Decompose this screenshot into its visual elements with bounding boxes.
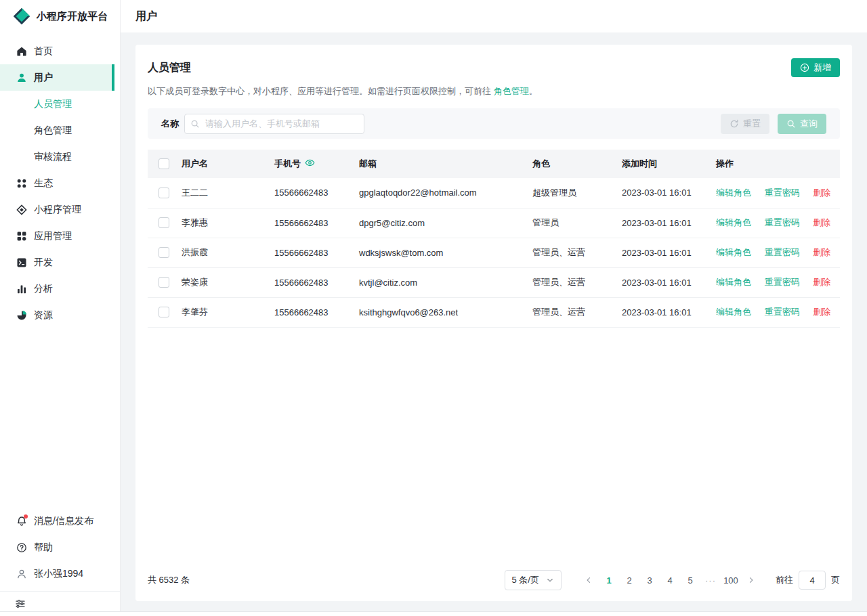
cell-time: 2023-03-01 16:01	[616, 238, 711, 267]
cell-phone: 15566662483	[269, 238, 354, 267]
sidebar-item-home[interactable]: 首页	[0, 38, 120, 64]
edit-role-link[interactable]: 编辑角色	[716, 188, 751, 198]
sidebar-item-label: 小程序管理	[34, 204, 81, 216]
cell-role: 管理员、运营	[527, 238, 616, 267]
sidebar-item-analytics[interactable]: 分析	[0, 276, 120, 302]
col-phone: 手机号	[269, 150, 354, 178]
cell-role: 超级管理员	[527, 178, 616, 208]
brand-header: 小程序开放平台	[0, 0, 120, 32]
bottom-strip	[0, 611, 867, 616]
sidebar-subitem-review[interactable]: 审核流程	[0, 144, 120, 170]
sidebar: 小程序开放平台 首页 用户 人员管理 角色管理 审核流程 生态	[0, 0, 121, 616]
pager: 1 2 3 4 5 ··· 100	[579, 571, 761, 590]
row-checkbox[interactable]	[158, 277, 169, 288]
sidebar-item-ecosystem[interactable]: 生态	[0, 170, 120, 196]
sliders-icon	[15, 598, 26, 609]
edit-role-link[interactable]: 编辑角色	[716, 307, 751, 317]
table-row: 荣姿康 15566662483 kvtjl@citiz.com 管理员、运营 2…	[148, 267, 840, 297]
sidebar-item-users[interactable]: 用户	[0, 64, 114, 91]
row-checkbox[interactable]	[158, 307, 169, 317]
sidebar-item-account[interactable]: 张小强1994	[0, 560, 120, 587]
cell-time: 2023-03-01 16:01	[616, 297, 711, 327]
row-checkbox[interactable]	[158, 188, 169, 198]
reset-password-link[interactable]: 重置密码	[765, 277, 800, 287]
user-icon	[16, 72, 27, 83]
cell-email: wdksjswsk@tom.com	[354, 238, 527, 267]
sidebar-item-apps[interactable]: 应用管理	[0, 223, 120, 249]
add-user-button[interactable]: 新增	[791, 58, 840, 77]
search-button[interactable]: 查询	[778, 114, 826, 134]
page-button-3[interactable]: 3	[640, 571, 659, 590]
cell-username: 李肇芬	[176, 297, 269, 327]
sidebar-subitem-personnel[interactable]: 人员管理	[0, 91, 120, 117]
reset-password-link[interactable]: 重置密码	[765, 247, 800, 257]
delete-link[interactable]: 删除	[813, 277, 830, 287]
sidebar-item-messages[interactable]: 消息/信息发布	[0, 508, 120, 534]
sidebar-item-resources[interactable]: 资源	[0, 302, 120, 328]
prev-page-button[interactable]	[579, 571, 598, 590]
more-pages-button[interactable]: ···	[701, 571, 720, 590]
sidebar-item-label: 用户	[34, 72, 53, 84]
search-icon	[786, 119, 796, 129]
page-button-2[interactable]: 2	[620, 571, 639, 590]
col-time: 添加时间	[616, 150, 711, 178]
table-header-row: 用户名 手机号 邮箱 角色 添加时间 操作	[148, 150, 840, 178]
page-button-1[interactable]: 1	[599, 571, 618, 590]
personnel-card: 人员管理 新增 以下成员可登录数字中心，对小程序、应用等进行管理。如需进行页面权…	[135, 45, 852, 601]
refresh-icon	[729, 119, 739, 129]
delete-link[interactable]: 删除	[813, 188, 830, 198]
sidebar-subitem-roles[interactable]: 角色管理	[0, 117, 120, 144]
dots-grid-icon	[16, 178, 27, 189]
page-button-5[interactable]: 5	[681, 571, 700, 590]
role-management-link[interactable]: 角色管理	[494, 86, 529, 96]
cell-username: 李雅惠	[176, 208, 269, 238]
delete-link[interactable]: 删除	[813, 217, 830, 227]
reset-password-link[interactable]: 重置密码	[765, 217, 800, 227]
cell-email: ksithghgwfqvo6@263.net	[354, 297, 527, 327]
page-size-select[interactable]: 5 条/页	[505, 570, 562, 590]
next-page-button[interactable]	[742, 571, 761, 590]
edit-role-link[interactable]: 编辑角色	[716, 247, 751, 257]
select-all-checkbox[interactable]	[158, 158, 169, 169]
sidebar-nav: 首页 用户 人员管理 角色管理 审核流程 生态 小程序管理	[0, 32, 120, 328]
eye-icon[interactable]	[305, 158, 315, 168]
sidebar-item-miniprogram[interactable]: 小程序管理	[0, 196, 120, 223]
table-body: 王二二 15566662483 gpglaqtoqdor22@hotmail.c…	[148, 178, 840, 327]
cell-email: dpgr5@citiz.com	[354, 208, 527, 238]
cell-username: 荣姿康	[176, 267, 269, 297]
cell-username: 王二二	[176, 178, 269, 208]
page-button-4[interactable]: 4	[660, 571, 679, 590]
notification-badge	[24, 514, 28, 519]
cell-role: 管理员、运营	[527, 267, 616, 297]
row-checkbox[interactable]	[158, 217, 169, 228]
delete-link[interactable]: 删除	[813, 307, 830, 317]
table-row: 李肇芬 15566662483 ksithghgwfqvo6@263.net 管…	[148, 297, 840, 327]
sidebar-item-label: 张小强1994	[34, 568, 83, 580]
sidebar-footer: 消息/信息发布 帮助 张小强1994	[0, 508, 120, 616]
row-checkbox[interactable]	[158, 247, 169, 258]
sidebar-item-help[interactable]: 帮助	[0, 534, 120, 560]
filter-bar: 名称 重置 查询	[148, 108, 840, 139]
edit-role-link[interactable]: 编辑角色	[716, 277, 751, 287]
goto-page: 前往 页	[776, 571, 840, 590]
col-username: 用户名	[176, 150, 269, 178]
main-area: 用户 人员管理 新增 以下成员可登录数字中心，对小程序、应用等进行管理。如需进行…	[121, 0, 867, 616]
reset-button[interactable]: 重置	[721, 114, 769, 134]
table-row: 洪振霞 15566662483 wdksjswsk@tom.com 管理员、运营…	[148, 238, 840, 267]
delete-link[interactable]: 删除	[813, 247, 830, 257]
reset-password-link[interactable]: 重置密码	[765, 307, 800, 317]
sidebar-item-label: 资源	[34, 309, 53, 322]
users-table: 用户名 手机号 邮箱 角色 添加时间 操作 王二二	[148, 150, 840, 328]
edit-role-link[interactable]: 编辑角色	[716, 217, 751, 227]
goto-page-input[interactable]	[799, 571, 826, 590]
reset-password-link[interactable]: 重置密码	[765, 188, 800, 198]
page-button-last[interactable]: 100	[721, 571, 740, 590]
sidebar-item-develop[interactable]: 开发	[0, 249, 120, 276]
bar-chart-icon	[16, 284, 27, 294]
sidebar-item-label: 应用管理	[34, 230, 72, 242]
page-title: 用户	[135, 9, 157, 24]
sidebar-subitem-label: 角色管理	[34, 125, 72, 137]
cell-phone: 15566662483	[269, 267, 354, 297]
search-input[interactable]	[184, 114, 364, 134]
sidebar-item-label: 消息/信息发布	[34, 515, 93, 527]
